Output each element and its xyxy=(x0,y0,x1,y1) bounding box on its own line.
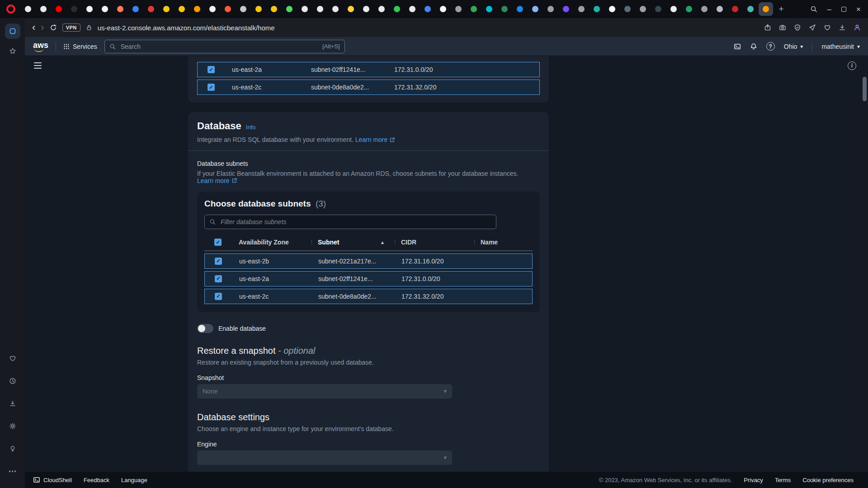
browser-tab[interactable] xyxy=(36,2,51,16)
shield-icon[interactable] xyxy=(794,24,801,31)
browser-tab[interactable] xyxy=(221,2,235,16)
browser-tab[interactable] xyxy=(282,2,297,16)
browser-tab[interactable] xyxy=(467,2,481,16)
bookmarks-star-button[interactable] xyxy=(5,43,20,59)
browser-tab[interactable] xyxy=(574,2,589,16)
enable-database-toggle[interactable] xyxy=(197,324,213,333)
tips-bulb-button[interactable] xyxy=(5,441,20,456)
favorites-heart-button[interactable] xyxy=(5,351,20,366)
close-button[interactable]: × xyxy=(856,5,861,13)
heart-icon[interactable] xyxy=(824,24,831,31)
side-nav-toggle[interactable] xyxy=(34,62,42,69)
scrollbar-thumb[interactable] xyxy=(863,77,867,101)
browser-tab[interactable] xyxy=(543,2,558,16)
row-checkbox[interactable]: ✓ xyxy=(215,258,222,265)
browser-tab[interactable] xyxy=(267,2,281,16)
account-menu[interactable]: matheusinit ▾ xyxy=(821,43,860,50)
cloudshell-button[interactable]: CloudShell xyxy=(33,476,72,483)
browser-tab[interactable] xyxy=(436,2,450,16)
browser-tab[interactable] xyxy=(67,2,81,16)
opera-menu-button[interactable] xyxy=(6,5,15,14)
browser-tab[interactable] xyxy=(682,2,696,16)
terms-link[interactable]: Terms xyxy=(775,477,791,483)
forward-button[interactable]: › xyxy=(41,23,44,33)
browser-tab[interactable] xyxy=(497,2,512,16)
browser-tab[interactable] xyxy=(82,2,97,16)
browser-tab[interactable] xyxy=(666,2,681,16)
snapshot-camera-icon[interactable] xyxy=(779,24,786,31)
column-header-name[interactable]: Name xyxy=(472,239,533,246)
row-checkbox[interactable]: ✓ xyxy=(215,275,222,282)
subnet-filter[interactable] xyxy=(204,215,496,229)
snapshot-select[interactable]: None ▾ xyxy=(197,384,452,399)
browser-tab[interactable] xyxy=(374,2,389,16)
browser-tab[interactable] xyxy=(113,2,127,16)
browser-tab[interactable] xyxy=(328,2,343,16)
back-button[interactable]: ‹ xyxy=(32,23,35,33)
browser-tab[interactable] xyxy=(21,2,35,16)
engine-select[interactable]: ▾ xyxy=(197,450,452,465)
browser-tab[interactable] xyxy=(175,2,189,16)
row-checkbox[interactable]: ✓ xyxy=(215,293,222,300)
profile-avatar-button[interactable] xyxy=(854,24,861,31)
global-search[interactable]: [Alt+S] xyxy=(104,40,345,53)
learn-more-link[interactable]: Learn more xyxy=(355,136,396,144)
aws-logo[interactable]: aws xyxy=(33,41,48,52)
browser-tab[interactable] xyxy=(205,2,220,16)
privacy-link[interactable]: Privacy xyxy=(744,477,763,483)
notifications-bell-button[interactable] xyxy=(750,43,757,50)
region-selector[interactable]: Ohio ▾ xyxy=(784,43,803,50)
send-icon[interactable] xyxy=(809,24,816,31)
info-panel-button[interactable]: i xyxy=(848,61,856,70)
browser-tab[interactable] xyxy=(651,2,665,16)
minimize-button[interactable]: – xyxy=(827,5,831,13)
lock-icon[interactable] xyxy=(86,24,92,31)
browser-tab[interactable] xyxy=(52,2,66,16)
help-button[interactable]: ? xyxy=(766,42,775,51)
browser-tab[interactable] xyxy=(451,2,466,16)
home-button[interactable] xyxy=(5,23,20,39)
new-tab-button[interactable]: + xyxy=(775,3,788,15)
maximize-button[interactable] xyxy=(841,7,846,12)
subnet-filter-input[interactable] xyxy=(220,218,491,226)
search-tabs-icon[interactable] xyxy=(810,5,817,13)
browser-tab[interactable] xyxy=(405,2,420,16)
browser-tab[interactable] xyxy=(190,2,204,16)
browser-tab[interactable] xyxy=(728,2,742,16)
browser-tab[interactable] xyxy=(359,2,373,16)
browser-tab[interactable] xyxy=(743,2,758,16)
cloudshell-terminal-button[interactable] xyxy=(734,43,741,50)
browser-tab[interactable] xyxy=(513,2,527,16)
browser-tab[interactable] xyxy=(697,2,712,16)
search-input[interactable] xyxy=(120,42,318,51)
browser-tab[interactable] xyxy=(482,2,496,16)
download-icon[interactable] xyxy=(839,24,846,31)
browser-tab[interactable] xyxy=(128,2,143,16)
services-menu[interactable]: Services xyxy=(63,43,97,50)
browser-tab[interactable] xyxy=(759,2,773,16)
column-header-az[interactable]: Availability Zone xyxy=(230,239,309,246)
browser-tab[interactable] xyxy=(390,2,404,16)
browser-tab[interactable] xyxy=(251,2,266,16)
browser-tab[interactable] xyxy=(559,2,573,16)
browser-tab[interactable] xyxy=(636,2,650,16)
vpn-badge[interactable]: VPN xyxy=(62,23,80,32)
browser-tab[interactable] xyxy=(144,2,158,16)
cookie-preferences-link[interactable]: Cookie preferences xyxy=(802,477,854,483)
more-options-button[interactable] xyxy=(5,464,20,479)
address-url[interactable]: us-east-2.console.aws.amazon.com/elastic… xyxy=(98,24,275,32)
select-all-checkbox[interactable]: ✓ xyxy=(214,239,222,246)
browser-tab[interactable] xyxy=(605,2,619,16)
browser-tab[interactable] xyxy=(159,2,174,16)
browser-tab[interactable] xyxy=(313,2,327,16)
browser-tab[interactable] xyxy=(98,2,112,16)
row-checkbox[interactable]: ✓ xyxy=(208,84,215,91)
browser-tab[interactable] xyxy=(420,2,435,16)
info-link[interactable]: Info xyxy=(246,124,256,131)
scrollbar[interactable] xyxy=(861,75,868,472)
browser-tab[interactable] xyxy=(712,2,727,16)
learn-more-link[interactable]: Learn more xyxy=(197,177,237,184)
settings-gear-button[interactable] xyxy=(5,418,20,434)
browser-tab[interactable] xyxy=(620,2,635,16)
share-icon[interactable] xyxy=(764,24,771,31)
